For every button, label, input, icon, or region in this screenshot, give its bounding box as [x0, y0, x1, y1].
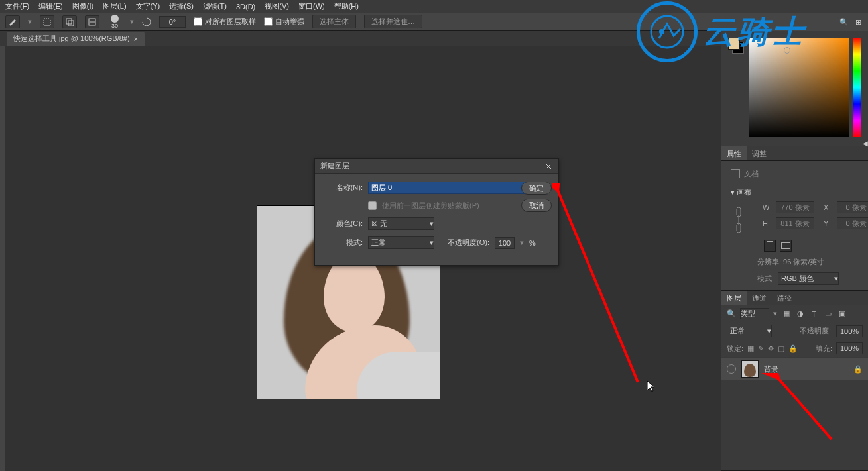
width-field[interactable] — [776, 201, 814, 213]
document-tab[interactable]: 快速选择工具.jpg @ 100%(RGB/8#) × — [7, 32, 145, 46]
layers-panel: 图层 通道 路径 🔍 ▾ ▦ ◑ T ▭ ▣ 正常▾ 不透明度: 锁定: ▦ ✎… — [721, 291, 868, 471]
menu-select[interactable]: 选择(S) — [169, 1, 194, 11]
watermark-text: 云骑士 — [703, 11, 806, 53]
subtract-selection-icon[interactable] — [85, 15, 99, 28]
menu-filter[interactable]: 滤镜(T) — [203, 1, 227, 11]
color-select[interactable]: ☒ 无▾ — [368, 217, 434, 230]
search-icon[interactable]: 🔍 — [839, 18, 849, 26]
link-icon[interactable] — [735, 207, 743, 233]
menu-help[interactable]: 帮助(H) — [334, 1, 359, 11]
visibility-toggle-icon[interactable] — [727, 364, 736, 374]
svg-rect-1 — [66, 19, 72, 24]
filter-adjust-icon[interactable]: ◑ — [795, 309, 805, 319]
document-label: 文档 — [744, 169, 759, 179]
clip-mask-check — [368, 201, 377, 210]
fill-label: 填充: — [816, 344, 832, 354]
auto-enhance-check[interactable]: 自动增强 — [264, 17, 304, 26]
menu-image[interactable]: 图像(I) — [72, 1, 93, 11]
tab-properties[interactable]: 属性 — [721, 146, 747, 160]
orientation-portrait-icon[interactable] — [764, 240, 776, 252]
tab-paths[interactable]: 路径 — [772, 291, 797, 305]
resolution-label: 分辨率: 96 像素/英寸 — [757, 257, 859, 267]
brush-size-picker[interactable]: 30 — [107, 15, 122, 29]
add-selection-icon[interactable] — [62, 15, 77, 28]
fill-field[interactable] — [836, 342, 863, 354]
menu-window[interactable]: 窗口(W) — [298, 1, 325, 11]
menu-file[interactable]: 文件(F) — [5, 1, 29, 11]
brush-angle-icon[interactable] — [142, 17, 151, 26]
select-subject-button[interactable]: 选择主体 — [312, 15, 356, 28]
close-icon — [545, 163, 552, 170]
annotation-arrow-layer — [759, 373, 845, 446]
lock-icon: 🔒 — [853, 365, 863, 374]
y-field[interactable] — [837, 217, 868, 229]
cancel-button[interactable]: 取消 — [521, 199, 552, 212]
document-tab-label: 快速选择工具.jpg @ 100%(RGB/8#) — [13, 34, 130, 44]
close-icon[interactable]: × — [134, 35, 138, 43]
filter-type-icon[interactable]: T — [809, 309, 819, 319]
workspace: 新建图层 名称(N): 使用前一图层创建剪贴蒙版(P) 颜色(C): ☒ 无▾ — [0, 46, 721, 471]
watermark-logo-icon — [637, 1, 698, 62]
layer-thumbnail[interactable] — [741, 360, 759, 378]
layer-row-background[interactable]: 背景 🔒 — [721, 358, 868, 380]
brush-angle-field[interactable] — [159, 16, 186, 28]
svg-rect-0 — [44, 19, 50, 25]
menu-view[interactable]: 视图(V) — [265, 1, 289, 11]
svg-point-13 — [659, 29, 664, 34]
blend-mode-select[interactable]: 正常▾ — [727, 325, 772, 337]
left-tool-strip[interactable] — [0, 46, 5, 471]
lock-position-icon[interactable]: ✥ — [768, 344, 774, 353]
layer-name: 背景 — [764, 364, 778, 374]
clip-mask-label: 使用前一图层创建剪贴蒙版(P) — [382, 201, 479, 211]
menu-type[interactable]: 文字(Y) — [136, 1, 160, 11]
opacity-label: 不透明度(O): — [448, 238, 489, 248]
menu-layer[interactable]: 图层(L) — [103, 1, 126, 11]
document-icon — [731, 169, 740, 178]
tab-adjustments[interactable]: 调整 — [747, 146, 772, 160]
lock-pixels-icon[interactable]: ▦ — [747, 344, 754, 353]
layer-name-input[interactable] — [368, 182, 526, 194]
color-mode-select[interactable]: RGB 颜色▾ — [778, 272, 839, 285]
dialog-title: 新建图层 — [320, 161, 349, 171]
height-field[interactable] — [776, 217, 814, 229]
filter-pixel-icon[interactable]: ▦ — [781, 309, 791, 319]
tool-preset-icon[interactable] — [5, 15, 20, 28]
lock-nest-icon[interactable]: ▢ — [778, 344, 784, 353]
workspace-grid-icon[interactable]: ⊞ — [855, 18, 861, 26]
filter-shape-icon[interactable]: ▭ — [823, 309, 833, 319]
watermark: 云骑士 — [637, 1, 806, 62]
orientation-landscape-icon[interactable] — [780, 240, 792, 252]
dialog-title-bar[interactable]: 新建图层 — [315, 159, 558, 174]
svg-line-11 — [777, 377, 832, 439]
layer-list: 背景 🔒 — [721, 357, 868, 470]
dialog-close-button[interactable] — [544, 162, 553, 171]
filter-smart-icon[interactable]: ▣ — [837, 309, 847, 319]
opacity-input[interactable] — [495, 237, 515, 249]
color-mode-label: 模式 — [757, 274, 772, 282]
mode-select[interactable]: 正常▾ — [368, 236, 434, 249]
tab-channels[interactable]: 通道 — [747, 291, 772, 305]
lock-brush-icon[interactable]: ✎ — [758, 344, 764, 353]
menu-edit[interactable]: 编辑(E) — [38, 1, 63, 11]
ok-button[interactable]: 确定 — [521, 182, 552, 195]
brush-dot-icon — [111, 15, 119, 23]
opacity-unit: % — [529, 239, 536, 247]
sample-all-layers-check[interactable]: 对所有图层取样 — [194, 17, 256, 26]
properties-panel: 属性 调整 文档 ▾ 画布 WX HY 分辨率: 96 像素/英 — [721, 146, 868, 291]
select-and-mask-button[interactable]: 选择并遮住… — [364, 15, 422, 28]
right-panel-column: 🔍 ⊞ ◀ 属性 调整 文档 ▾ 画布 — [721, 13, 868, 471]
tab-layers[interactable]: 图层 — [721, 291, 747, 305]
hue-slider[interactable] — [853, 38, 861, 137]
menu-3d[interactable]: 3D(D) — [236, 3, 255, 11]
layer-filter-type[interactable] — [740, 308, 769, 319]
annotation-arrow-ok — [552, 183, 645, 389]
layer-opacity-field[interactable] — [836, 325, 863, 337]
name-label: 名称(N): — [323, 183, 363, 193]
mouse-cursor-icon — [647, 380, 656, 392]
svg-rect-2 — [68, 21, 74, 26]
x-field[interactable] — [837, 201, 868, 213]
layer-filter-row: 🔍 ▾ ▦ ◑ T ▭ ▣ — [721, 305, 868, 322]
new-selection-icon[interactable] — [40, 15, 54, 28]
lock-all-icon[interactable]: 🔒 — [788, 344, 798, 353]
mode-label: 模式: — [323, 238, 363, 248]
